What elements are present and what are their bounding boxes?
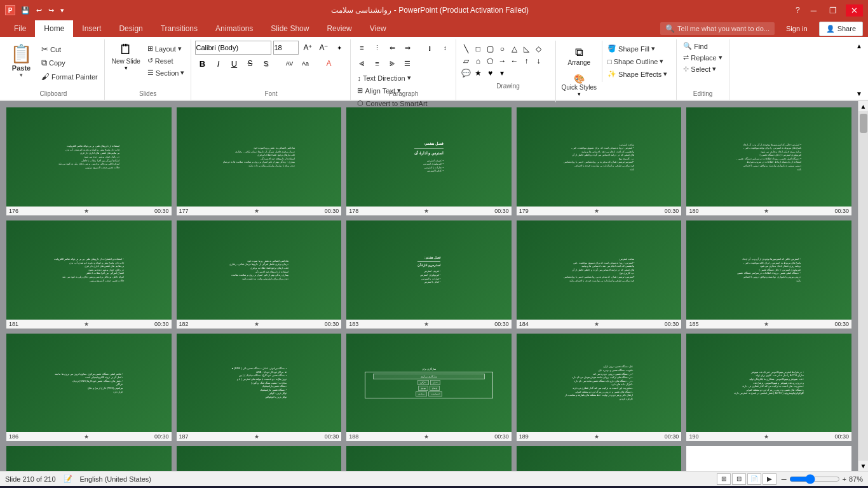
strikethrough-button[interactable]: S: [243, 57, 257, 71]
slide-thumb-185[interactable]: • استرس: حالتی که استرسورها نوجودی از آن…: [686, 220, 851, 329]
scroll-up-button[interactable]: ▲: [858, 101, 869, 111]
justify-button[interactable]: ☰: [400, 57, 414, 71]
ribbon-scroll-down-button[interactable]: ▼: [854, 88, 864, 98]
quick-styles-button[interactable]: 🎨 Quick Styles ▾: [559, 71, 599, 100]
align-center-button[interactable]: ≡: [370, 57, 384, 71]
pentagon-button[interactable]: ⬠: [484, 55, 496, 67]
zoom-in-button[interactable]: +: [843, 475, 846, 483]
find-button[interactable]: 🔍 Find: [681, 41, 710, 51]
paste-button[interactable]: 📋 Paste ▾: [6, 41, 36, 81]
arrange-button[interactable]: ⧉ Arrange: [565, 43, 593, 69]
bold-button[interactable]: B: [195, 57, 209, 71]
rect-shape-button[interactable]: □: [472, 43, 484, 55]
star-button[interactable]: ★: [472, 67, 484, 79]
slide-thumb-184[interactable]: ساعت استرس: • استرس : رویا به سیحی است ک…: [517, 220, 682, 329]
save-button[interactable]: 💾: [19, 5, 32, 16]
parallelogram-button[interactable]: ▱: [460, 55, 471, 67]
oval-button[interactable]: ○: [496, 43, 508, 55]
shape-effects-button[interactable]: ✨ Shape Effects ▾: [605, 69, 670, 79]
rounded-rect-button[interactable]: ▢: [484, 43, 496, 55]
increase-font-button[interactable]: A⁺: [301, 41, 315, 55]
char-spacing-button[interactable]: AV: [282, 57, 296, 71]
slide-thumb-177[interactable]: شاداشی اجتماعی به نقش رو پا صوت خود درما…: [177, 107, 342, 215]
cut-button[interactable]: ✂ Cut: [39, 43, 100, 55]
normal-view-button[interactable]: ⊞: [717, 473, 731, 485]
tab-transitions[interactable]: Transitions: [152, 20, 207, 37]
replace-button[interactable]: ⇌ Replace ▾: [681, 52, 724, 63]
undo-button[interactable]: ↩: [34, 5, 44, 16]
slide-thumb-192[interactable]: نظریه های استرس: • تئوری روانشناختی استر…: [177, 446, 342, 471]
tab-animations[interactable]: Animations: [207, 20, 262, 37]
numbered-list-button[interactable]: ⋮: [370, 41, 384, 55]
decrease-indent-button[interactable]: ⇐: [385, 41, 399, 55]
arrow-down-button[interactable]: ↓: [532, 55, 544, 67]
share-button[interactable]: 👤 Share: [819, 22, 863, 36]
slideshow-view-button[interactable]: ▶: [763, 473, 776, 485]
format-painter-button[interactable]: 🖌 Format Painter: [39, 71, 100, 83]
triangle-button[interactable]: △: [508, 43, 520, 55]
italic-button[interactable]: I: [211, 57, 225, 71]
slide-thumb-181[interactable]: • استفاده و اختصارات از داروهای طبی یی ب…: [6, 220, 172, 329]
font-size-input[interactable]: [273, 41, 299, 55]
customize-quick-access-button[interactable]: ▾: [58, 5, 66, 16]
underline-button[interactable]: U: [227, 57, 241, 71]
slide-thumb-178[interactable]: فصل هشتم: استرس و ادارهٔ آن • تعریف استر…: [346, 107, 512, 215]
slide-thumb-186[interactable]: • عناصر اصلی دستگاه عصبی مرکزی ، منابع ی…: [6, 334, 172, 442]
slide-thumb-182[interactable]: شاداشی اجتماعی به نقش رو پا صوت خود درما…: [177, 220, 342, 329]
text-case-button[interactable]: Aa: [298, 57, 312, 71]
increase-indent-button[interactable]: ⇒: [400, 41, 414, 55]
slide-thumb-183[interactable]: فصل هشتم: استرس و ادارهٔ آن • تعریف استر…: [346, 220, 512, 329]
shape-fill-button[interactable]: 🪣 Shape Fill ▾: [605, 43, 670, 54]
arrow-right-button[interactable]: →: [496, 55, 508, 67]
minimize-button[interactable]: ─: [807, 4, 820, 17]
reading-view-button[interactable]: 📄: [747, 473, 761, 485]
slide-thumb-176[interactable]: استفاده از داروهای طبی یی بی توالد عناصر…: [6, 107, 172, 215]
section-button[interactable]: ☰ Section ▾: [145, 67, 187, 78]
slide-sorter-button[interactable]: ⊟: [732, 473, 746, 485]
restore-button[interactable]: ❐: [825, 4, 841, 17]
more-shapes-button[interactable]: ▾: [496, 67, 508, 79]
heart-button[interactable]: ♥: [484, 67, 496, 79]
vertical-scrollbar[interactable]: ▲ ▼: [858, 101, 868, 471]
columns-button[interactable]: ⫿: [423, 41, 437, 55]
slide-thumb-194[interactable]: استروتیکی تیشه تروپیکونی : استرس شتاب به…: [517, 446, 682, 471]
copy-button[interactable]: ⧉ Copy: [39, 57, 100, 69]
slide-thumb-180[interactable]: • استرس: حالتی که استرسورها نوجودی از آن…: [686, 107, 851, 215]
new-slide-button[interactable]: 🗒 New Slide ▾: [109, 41, 144, 73]
trapezoid-button[interactable]: ⌂: [472, 55, 484, 67]
line-shape-button[interactable]: ╲: [460, 43, 471, 55]
slide-thumb-195[interactable]: • نظریه روانشناسی استرس: تئوری ارتباطی و…: [686, 446, 851, 471]
decrease-font-button[interactable]: A⁻: [316, 41, 330, 55]
shadow-button[interactable]: S: [259, 57, 273, 71]
tab-design[interactable]: Design: [110, 20, 151, 37]
tab-file[interactable]: File: [5, 20, 35, 37]
tab-view[interactable]: View: [361, 20, 395, 37]
layout-button[interactable]: ⊞ Layout ▾: [145, 43, 187, 54]
shape-outline-button[interactable]: □ Shape Outline ▾: [605, 56, 670, 67]
slide-thumb-187[interactable]: • دستگاه پیرامونی شامل : دستگاه عصبی بال…: [177, 334, 342, 442]
tab-home[interactable]: Home: [35, 20, 73, 37]
clear-format-button[interactable]: ✦: [332, 41, 346, 55]
select-button[interactable]: ⊹ Select ▾: [681, 64, 719, 74]
redo-button[interactable]: ↪: [46, 5, 56, 16]
arrow-left-button[interactable]: ←: [508, 55, 520, 67]
align-right-button[interactable]: ⫸: [385, 57, 399, 71]
zoom-out-button[interactable]: ─: [782, 475, 787, 483]
slide-thumb-190[interactable]: • در شرایط استرس هیپوتالاموس تحریک غدد ه…: [686, 334, 851, 442]
tab-slideshow[interactable]: Slide Show: [262, 20, 318, 37]
callout-button[interactable]: 💬: [460, 67, 471, 79]
text-direction-button[interactable]: ↕ Text Direction ▾: [355, 72, 452, 83]
notes-button[interactable]: 📝: [64, 475, 72, 483]
font-color-button[interactable]: A: [322, 57, 336, 71]
bullet-button[interactable]: ≡: [355, 41, 369, 55]
slide-thumb-189[interactable]: نقل دستگاه عصبی درون بازار: •تقویت دستگا…: [517, 334, 682, 442]
scroll-thumb[interactable]: [860, 114, 867, 133]
arrow-up-button[interactable]: ↑: [520, 55, 532, 67]
font-name-input[interactable]: [195, 41, 271, 55]
sign-in-button[interactable]: Sign in: [780, 22, 814, 35]
align-left-button[interactable]: ⫷: [355, 57, 369, 71]
reset-button[interactable]: ↺ Reset: [145, 55, 187, 66]
tab-review[interactable]: Review: [318, 20, 360, 37]
scroll-down-button[interactable]: ▼: [858, 461, 869, 471]
diamond-button[interactable]: ◇: [532, 43, 544, 55]
